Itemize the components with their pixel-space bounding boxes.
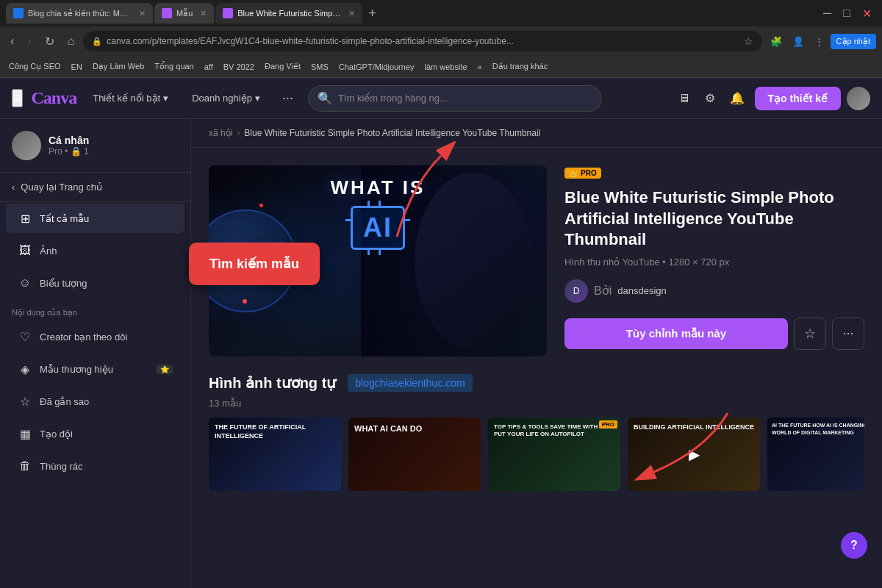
bookmark-sms[interactable]: SMS [308,61,331,73]
tab-3-close[interactable]: ✕ [348,9,355,18]
back-label: Quay lại Trang chủ [21,182,102,193]
header-more-button[interactable]: ··· [276,87,299,109]
tab-2-close[interactable]: ✕ [200,9,207,18]
url-text: canva.com/p/templates/EAFJvcgW1C4-blue-w… [107,36,739,46]
settings-icon-button[interactable]: ⚙ [700,87,720,110]
similar-card-4[interactable]: BUILDING ARTIFICIAL INTELLIGENCE ▶ [628,417,760,491]
crown-icon: 👑 [569,169,578,177]
sidebar-item-all-templates[interactable]: ⊞ Tất cả mẫu [6,204,184,233]
tab-1-favicon [13,8,24,18]
home-button[interactable]: ⌂ [63,32,79,51]
tab-3[interactable]: Blue White Futuristic Simple Pho... ✕ [215,3,362,24]
sidebar-item-icons[interactable]: ☺ Biểu tượng [6,268,184,298]
sidebar-team-label: Tạo đội [40,429,73,440]
hamburger-menu[interactable]: ≡ [12,89,23,107]
bookmark-daylam[interactable]: Dạy Làm Web [90,60,147,73]
tab-1-close[interactable]: ✕ [139,9,146,18]
update-button[interactable]: Cập nhật [831,34,876,49]
trash-icon: 🗑 [18,459,32,473]
similar-card-3[interactable]: TOP TIPS & TOOLS SAVE TIME WITH AI PUT Y… [488,417,620,491]
creator-avatar: D [564,279,588,303]
tab-3-title: Blue White Futuristic Simple Pho... [237,9,341,18]
nav-business-label: Doanh nghiệp [192,93,252,104]
back-to-home-button[interactable]: ‹ Quay lại Trang chủ [0,173,190,202]
sidebar-photos-label: Ảnh [40,245,57,257]
user-avatar[interactable] [847,87,870,110]
bookmark-other[interactable]: Dấu trang khác [490,60,551,73]
nav-featured-designs[interactable]: Thiết kế nổi bật ▾ [85,88,176,108]
lock-icon: 🔒 [92,37,102,46]
forward-button[interactable]: › [23,32,35,51]
profile-info: Cá nhân Pro • 🔒 1 [49,135,89,157]
search-input[interactable] [338,93,592,104]
card-2-text: WHAT AI CAN DO [348,417,481,440]
customize-button[interactable]: Tùy chỉnh mẫu này [564,318,788,349]
tab-1-title: Blog chia sẻ kiến thức: Máy tính ... [28,9,132,18]
bookmark-en[interactable]: EN [68,61,85,73]
sidebar-profile[interactable]: Cá nhân Pro • 🔒 1 [0,119,190,173]
back-arrow-icon: ‹ [12,182,15,193]
star-button[interactable]: ☆ [794,318,826,350]
sidebar-item-brand[interactable]: ◈ Mẫu thương hiệu ⭐ [6,354,184,384]
card-1-text: THE FUTURE OF ARTIFICIAL INTELLIGENCE [209,417,341,446]
help-label: ? [850,539,858,552]
sidebar-item-photos[interactable]: 🖼 Ảnh [6,236,184,265]
bell-icon-button[interactable]: 🔔 [725,87,749,110]
search-template-tooltip[interactable]: Tìm kiếm mẫu [189,243,320,285]
bookmark-dangviet[interactable]: Đang Viết [262,60,304,73]
bookmark-seo[interactable]: Công Cụ SEO [6,60,64,73]
back-button[interactable]: ‹ [6,32,18,51]
similar-card-5[interactable]: AI THE FUTURE HOW AI IS CHANGING THE WOR… [767,417,864,491]
sidebar-item-trash[interactable]: 🗑 Thùng rác [6,451,184,481]
bookmark-other-label: Dấu trang khác [492,62,548,71]
card-4-text: BUILDING ARTIFICIAL INTELLIGENCE [628,417,760,438]
nav-business[interactable]: Doanh nghiệp ▾ [184,88,268,108]
nav-business-arrow: ▾ [255,93,260,104]
breadcrumb: xã hội › Blue White Futuristic Simple Ph… [191,119,882,148]
similar-grid: THE FUTURE OF ARTIFICIAL INTELLIGENCE WH… [209,417,864,491]
template-info: 👑 PRO Blue White Futuristic Simple Photo… [547,165,864,356]
url-bar[interactable]: 🔒 canva.com/p/templates/EAFJvcgW1C4-blue… [83,31,761,51]
sidebar-item-starred[interactable]: ☆ Đã gắn sao [6,387,184,416]
maximize-button[interactable]: □ [839,4,855,23]
tab-2[interactable]: Mẫu ✕ [154,3,214,24]
profile-button[interactable]: 👤 [789,34,808,49]
profile-name: Cá nhân [49,135,89,146]
blog-link[interactable]: blogchiasekienthuc.com [348,374,472,392]
breadcrumb-social[interactable]: xã hội [209,128,232,138]
sidebar-item-creator[interactable]: ♡ Creator bạn theo dõi [6,322,184,351]
header-search-box[interactable]: 🔍 [308,85,602,112]
heart-icon: ♡ [18,329,32,344]
refresh-button[interactable]: ↻ [40,32,59,51]
bookmark-aff[interactable]: aff [201,61,216,73]
sidebar-item-team[interactable]: ▦ Tạo đội [6,419,184,448]
help-button[interactable]: ? [841,532,867,559]
close-button[interactable]: ✕ [858,4,876,24]
bookmark-aff-label: aff [204,62,213,71]
tab-2-favicon [162,8,172,18]
new-tab-button[interactable]: + [364,6,381,21]
create-design-button[interactable]: Tạo thiết kế [755,87,841,110]
bookmark-en-label: EN [71,62,82,71]
canva-logo: Canva [32,88,77,108]
bookmark-daylam-label: Dạy Làm Web [93,62,144,71]
extensions-button[interactable]: 🧩 [767,34,786,49]
minimize-button[interactable]: ─ [819,4,836,23]
photo-icon: 🖼 [18,243,32,258]
bookmark-more[interactable]: » [475,61,485,73]
similar-count: 13 mẫu [209,398,864,409]
bookmark-bv2022[interactable]: BV 2022 [220,61,257,73]
bookmark-tongquan[interactable]: Tổng quan [151,60,196,73]
sidebar: Cá nhân Pro • 🔒 1 ‹ Quay lại Trang chủ ⊞… [0,119,191,588]
more-options-button[interactable]: ··· [832,318,864,350]
similar-card-1[interactable]: THE FUTURE OF ARTIFICIAL INTELLIGENCE [209,417,341,491]
bookmark-star-icon[interactable]: ☆ [744,35,753,47]
tab-1[interactable]: Blog chia sẻ kiến thức: Máy tính ... ✕ [6,3,153,24]
similar-card-2[interactable]: WHAT AI CAN DO [348,417,481,491]
star-icon: ☆ [18,394,32,409]
ellipsis-icon: ··· [842,326,853,341]
monitor-icon-button[interactable]: 🖥 [674,87,695,110]
bookmark-website[interactable]: làm website [422,61,470,73]
menu-button[interactable]: ⋮ [811,34,828,49]
bookmark-chatgpt[interactable]: ChatGPT/Midjourney [336,61,417,73]
